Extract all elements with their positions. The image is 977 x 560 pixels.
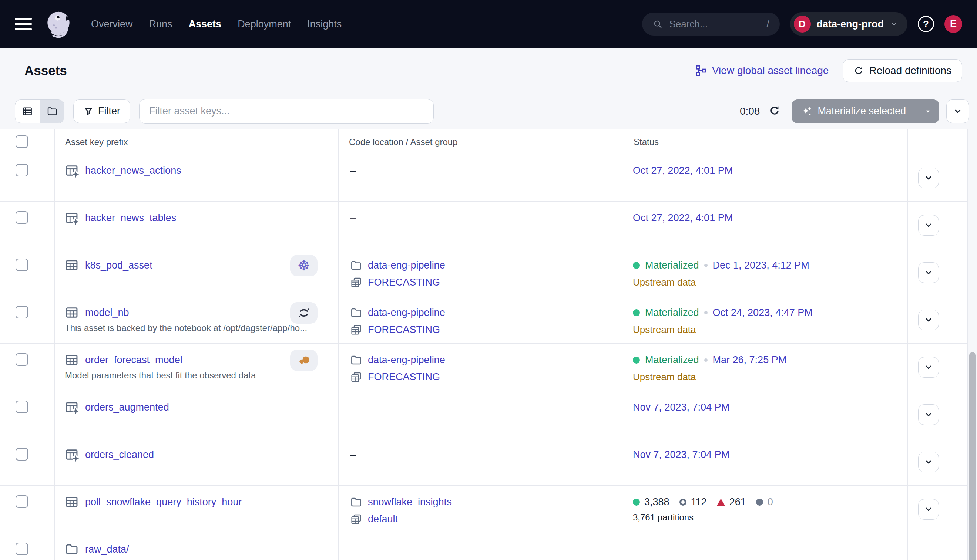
folder-view-icon [47, 106, 58, 117]
nav-item-deployment[interactable]: Deployment [237, 18, 291, 30]
location-empty: – [350, 399, 623, 415]
materialization-timestamp-link[interactable]: Nov 7, 2023, 7:04 PM [633, 449, 730, 460]
materialize-selected-split-button: Materialize selected [792, 100, 939, 123]
code-location-link[interactable]: data-eng-pipeline [368, 354, 445, 366]
materialize-selected-button[interactable]: Materialize selected [792, 100, 915, 123]
reload-definitions-button[interactable]: Reload definitions [843, 59, 962, 82]
row-expand-button[interactable] [918, 262, 939, 283]
row-checkbox[interactable] [15, 164, 28, 177]
code-location-link[interactable]: data-eng-pipeline [368, 260, 445, 271]
row-expand-button[interactable] [918, 310, 939, 330]
dagster-logo[interactable] [43, 8, 74, 40]
menu-icon[interactable] [15, 18, 32, 30]
search-placeholder: Search... [670, 18, 708, 30]
row-checkbox[interactable] [15, 401, 28, 413]
partitions-total: 3,761 partitions [633, 512, 907, 523]
row-checkbox[interactable] [15, 258, 28, 271]
asset-link[interactable]: k8s_pod_asset [85, 260, 152, 271]
in-progress-count: 0 [756, 497, 773, 508]
upstream-data-tag[interactable]: Upstream data [633, 372, 696, 383]
column-header-asset-key-prefix: Asset key prefix [55, 130, 339, 154]
asset-group-link[interactable]: FORECASTING [368, 324, 440, 335]
nav-item-assets[interactable]: Assets [189, 18, 222, 30]
row-checkbox[interactable] [15, 353, 28, 366]
materialized-dot [633, 357, 640, 363]
table-row: order_forecast_model Model parameters th… [0, 343, 967, 391]
asset-link[interactable]: orders_augmented [85, 402, 169, 413]
failed-triangle-icon [717, 498, 725, 506]
asset-link[interactable]: raw_data/ [85, 544, 129, 555]
asset-link[interactable]: poll_snowflake_query_history_hour [85, 497, 242, 508]
column-header-code-location: Code location / Asset group [339, 130, 623, 154]
location-empty: – [350, 541, 623, 557]
asset-group-link[interactable]: FORECASTING [368, 277, 440, 288]
row-expand-button[interactable] [918, 452, 939, 472]
folder-view-button[interactable] [40, 100, 64, 123]
materialize-options-button[interactable] [916, 100, 939, 123]
row-checkbox[interactable] [15, 495, 28, 508]
materialization-timestamp-link[interactable]: Nov 7, 2023, 7:04 PM [633, 402, 730, 413]
bulk-actions-menu-button[interactable] [946, 100, 969, 123]
upstream-data-tag[interactable]: Upstream data [633, 277, 696, 288]
asset-group-link[interactable]: FORECASTING [368, 372, 440, 383]
kubernetes-logo-badge: ☸ [290, 255, 317, 276]
row-checkbox[interactable] [15, 211, 28, 224]
global-search-input[interactable]: Search... / [642, 13, 780, 35]
asset-prefix-icon [65, 163, 79, 178]
asset-table-icon [65, 305, 79, 320]
page-header: Assets View global asset lineage Reload … [0, 48, 977, 93]
row-expand-button[interactable] [918, 404, 939, 425]
materialization-timestamp-link[interactable]: Dec 1, 2023, 4:12 PM [713, 260, 809, 271]
asset-link[interactable]: hacker_news_tables [85, 212, 176, 224]
avatar[interactable]: E [944, 15, 962, 33]
scrollbar-track[interactable] [968, 129, 977, 560]
nav-item-insights[interactable]: Insights [307, 18, 342, 30]
code-location-link[interactable]: snowflake_insights [368, 497, 452, 508]
filter-button[interactable]: Filter [73, 100, 130, 123]
asset-group-link[interactable]: default [368, 513, 398, 525]
missing-count: 112 [680, 497, 707, 508]
upstream-data-tag[interactable]: Upstream data [633, 324, 696, 335]
refresh-countdown: 0:08 [740, 105, 760, 117]
table-row: orders_augmented – Nov 7, 2023, 7:04 PM [0, 391, 967, 438]
row-expand-button[interactable] [918, 357, 939, 378]
materialization-timestamp-link[interactable]: Mar 26, 7:25 PM [713, 354, 787, 366]
row-expand-button[interactable] [918, 168, 939, 188]
asset-link[interactable]: model_nb [85, 307, 129, 318]
materialized-dot [633, 262, 640, 269]
refresh-button[interactable] [768, 105, 781, 118]
list-view-button[interactable] [15, 100, 40, 123]
code-location-link[interactable]: data-eng-pipeline [368, 307, 445, 318]
help-button[interactable]: ? [918, 16, 934, 32]
folder-icon [350, 259, 362, 272]
materialization-timestamp-link[interactable]: Oct 27, 2022, 4:01 PM [633, 212, 733, 224]
scrollbar-thumb[interactable] [969, 352, 975, 560]
row-checkbox[interactable] [15, 306, 28, 318]
nav-item-overview[interactable]: Overview [91, 18, 133, 30]
materialized-label: Materialized [645, 354, 699, 366]
materialization-timestamp-link[interactable]: Oct 27, 2022, 4:01 PM [633, 165, 733, 177]
row-checkbox[interactable] [15, 543, 28, 555]
location-empty: – [350, 210, 623, 226]
chevron-down-icon [924, 267, 934, 278]
location-empty: – [350, 162, 623, 178]
row-checkbox[interactable] [15, 448, 28, 460]
nav-item-runs[interactable]: Runs [149, 18, 172, 30]
select-all-checkbox[interactable] [15, 135, 28, 148]
asset-link[interactable]: orders_cleaned [85, 449, 154, 460]
deployment-switcher[interactable]: D data-eng-prod [790, 12, 908, 36]
materialization-timestamp-link[interactable]: Oct 24, 2023, 4:47 PM [713, 307, 813, 318]
failed-count: 261 [717, 497, 746, 508]
asset-group-icon [350, 323, 362, 336]
filter-asset-keys-input[interactable] [139, 99, 434, 123]
deployment-badge: D [794, 15, 811, 33]
materialized-label: Materialized [645, 307, 699, 318]
status-empty: – [633, 541, 639, 557]
asset-link[interactable]: hacker_news_actions [85, 165, 181, 177]
chevron-down-icon [924, 173, 934, 183]
row-expand-button[interactable] [918, 215, 939, 236]
table-row: poll_snowflake_query_history_hour snowfl… [0, 486, 967, 533]
view-global-asset-lineage-link[interactable]: View global asset lineage [695, 65, 828, 77]
asset-link[interactable]: order_forecast_model [85, 354, 182, 366]
row-expand-button[interactable] [918, 499, 939, 520]
